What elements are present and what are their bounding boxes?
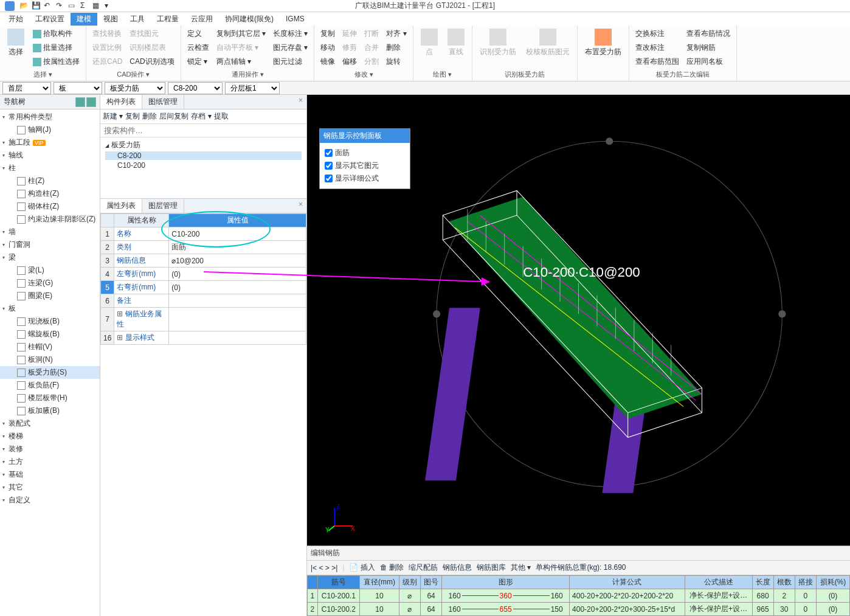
spec-select[interactable]: C8-200	[168, 82, 223, 94]
apply-samename-button[interactable]: 应用同名板	[684, 55, 733, 68]
copy-to-floor-button[interactable]: 复制到其它层 ▾	[214, 27, 268, 40]
prop-rownum[interactable]: 16	[101, 331, 114, 345]
prop-value[interactable]	[169, 331, 306, 345]
rebar-figno[interactable]: 64	[421, 603, 442, 616]
prop-name[interactable]: 钢筋信息	[114, 254, 169, 268]
region-icon[interactable]: ▭	[68, 1, 78, 11]
nav-category[interactable]: 梁	[0, 251, 100, 264]
nav-item[interactable]: 楼层板带(H)	[0, 392, 100, 404]
nav-item[interactable]: 螺旋板(B)	[0, 328, 100, 341]
group-label-select[interactable]: 选择 ▾	[4, 69, 82, 79]
group-label-cad[interactable]: CAD操作 ▾	[90, 69, 177, 79]
prop-rownum[interactable]: 2	[101, 241, 114, 254]
delete-comp-button[interactable]: 删除	[142, 111, 157, 122]
insert-button[interactable]: 📄 插入	[349, 562, 375, 573]
prop-value[interactable]	[169, 294, 306, 308]
other-menu-button[interactable]: 其他 ▾	[511, 562, 531, 573]
floor-select[interactable]: 首层	[2, 82, 51, 94]
rebar-rownum[interactable]: 1	[308, 589, 318, 603]
rebar-level[interactable]: ⌀	[399, 589, 420, 603]
settings-icon[interactable]: ▾	[105, 1, 114, 11]
nav-category[interactable]: 装修	[0, 443, 100, 455]
swap-dim-button[interactable]: 交换标注	[633, 27, 682, 40]
length-dim-button[interactable]: 长度标注 ▾	[271, 27, 310, 40]
nav-category[interactable]: 自定义	[0, 494, 100, 507]
comp-child-c8[interactable]: C8-200	[105, 151, 302, 160]
rebar-level[interactable]: ⌀	[399, 603, 420, 616]
rebar-loss[interactable]: (0)	[816, 589, 849, 603]
copy-button[interactable]: 复制	[318, 27, 337, 40]
menu-project-settings[interactable]: 工程设置	[29, 13, 71, 26]
extract-button[interactable]: 提取	[214, 111, 229, 122]
list-view-icon[interactable]	[75, 97, 85, 107]
rebar-diameter[interactable]: 10	[359, 603, 399, 616]
rebar-id[interactable]: C10-200.1	[317, 589, 359, 603]
prop-name[interactable]: 钢筋业务属性	[114, 308, 169, 331]
rebar-count[interactable]: 30	[773, 603, 795, 616]
rebar-info-button[interactable]: 钢筋信息	[443, 562, 472, 573]
nav-item[interactable]: 圈梁(E)	[0, 289, 100, 302]
prop-rownum[interactable]: 7	[101, 308, 114, 331]
view-layout-button[interactable]: 查看布筋情况	[684, 27, 733, 40]
group-label-general[interactable]: 通用操作 ▾	[185, 69, 311, 79]
nav-category[interactable]: 装配式	[0, 417, 100, 430]
element-save-button[interactable]: 图元存盘 ▾	[271, 41, 310, 54]
align-button[interactable]: 对齐 ▾	[384, 27, 409, 40]
nav-item[interactable]: 轴网(J)	[0, 123, 100, 136]
tab-drawing-mgmt[interactable]: 图纸管理	[142, 95, 184, 109]
scale-rebar-button[interactable]: 缩尺配筋	[409, 562, 438, 573]
rebar-shape[interactable]: 160360160	[442, 589, 570, 603]
category-select[interactable]: 板	[54, 82, 102, 94]
cloud-check-button[interactable]: 云检查	[185, 41, 212, 54]
prop-name[interactable]: 左弯折(mm)	[114, 268, 169, 281]
prop-name[interactable]: 名称	[114, 227, 169, 241]
prop-value[interactable]: 面筋	[169, 241, 306, 254]
nav-category[interactable]: 土方	[0, 455, 100, 468]
nav-category[interactable]: 楼梯	[0, 430, 100, 443]
two-point-axis-button[interactable]: 两点辅轴 ▾	[214, 55, 268, 68]
move-button[interactable]: 移动	[318, 41, 337, 54]
prop-value[interactable]: C10-200	[169, 227, 306, 241]
close-prop-icon[interactable]: ×	[295, 199, 306, 213]
nav-item[interactable]: 连梁(G)	[0, 277, 100, 289]
tree-view-icon[interactable]	[86, 97, 96, 107]
prop-name[interactable]: 备注	[114, 294, 169, 308]
comp-child-c10[interactable]: C10-200	[105, 161, 302, 170]
layer-select[interactable]: 分层板1	[225, 82, 280, 94]
nav-category[interactable]: 其它	[0, 481, 100, 494]
opt-facerebar[interactable]: 面筋	[325, 147, 405, 159]
edit-dim-button[interactable]: 查改标注	[633, 41, 682, 54]
rebar-diameter[interactable]: 10	[359, 589, 399, 603]
nav-category[interactable]: 门窗洞	[0, 238, 100, 251]
nav-category[interactable]: 柱	[0, 162, 100, 175]
copy-rebar-button[interactable]: 复制钢筋	[684, 41, 733, 54]
pick-component-button[interactable]: 拾取构件	[30, 27, 82, 40]
prop-rownum[interactable]: 1	[101, 227, 114, 241]
rebar-lap[interactable]: 0	[795, 589, 816, 603]
group-label-draw[interactable]: 绘图 ▾	[417, 69, 468, 79]
rebar-length[interactable]: 680	[752, 589, 773, 603]
select-by-prop-button[interactable]: 按属性选择	[30, 55, 82, 68]
prop-value[interactable]: (0)	[169, 281, 306, 294]
redo-icon[interactable]: ↷	[56, 1, 66, 11]
tab-component-list[interactable]: 构件列表	[100, 95, 142, 109]
prop-value[interactable]	[169, 308, 306, 331]
rebar-shape[interactable]: 160655150	[442, 603, 570, 616]
rebar-desc[interactable]: 净长-保护层+设…	[685, 603, 752, 616]
sum-icon[interactable]: Σ	[80, 1, 90, 11]
new-button[interactable]: 新建 ▾	[103, 111, 123, 122]
layout-rebar-button[interactable]: 布置受力筋	[581, 27, 625, 58]
cad-options-button[interactable]: CAD识别选项	[127, 55, 176, 68]
rebar-desc[interactable]: 净长-保护层+设…	[685, 589, 752, 603]
rebar-formula[interactable]: 400-20+200-2*20-20+200-2*20	[570, 589, 685, 603]
nav-item[interactable]: 砌体柱(Z)	[0, 200, 100, 213]
opt-show-formula[interactable]: 显示详细公式	[325, 172, 405, 185]
rebar-loss[interactable]: (0)	[816, 603, 849, 616]
select-button[interactable]: 选择	[4, 27, 28, 68]
group-label-modify[interactable]: 修改 ▾	[318, 69, 409, 79]
open-icon[interactable]: 📂	[19, 1, 29, 11]
nav-buttons[interactable]: |< < > >|	[311, 564, 337, 572]
nav-tree[interactable]: 常用构件类型轴网(J)施工段 VIP轴线柱柱(Z)构造柱(Z)砌体柱(Z)约束边…	[0, 109, 100, 616]
prop-rownum[interactable]: 4	[101, 268, 114, 281]
prop-rownum[interactable]: 3	[101, 254, 114, 268]
